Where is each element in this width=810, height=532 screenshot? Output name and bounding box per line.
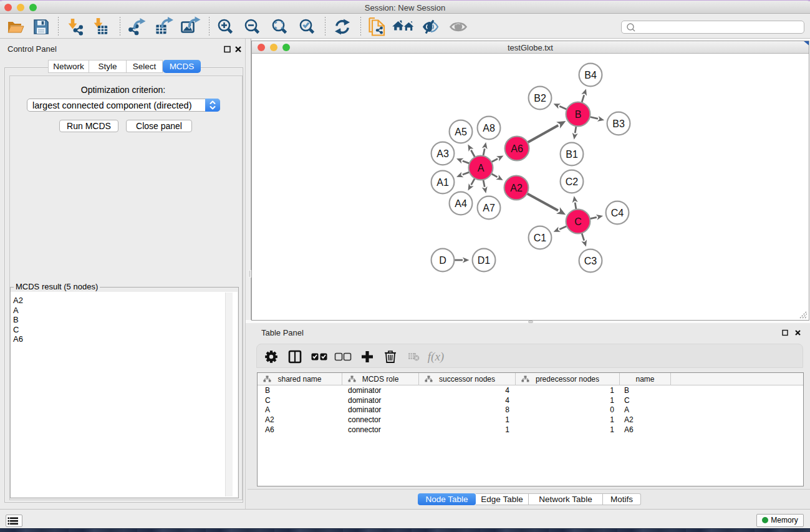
svg-text:C4: C4 xyxy=(611,208,624,218)
svg-text:A2: A2 xyxy=(510,183,523,193)
svg-text:A1: A1 xyxy=(436,177,449,188)
svg-text:B3: B3 xyxy=(612,118,625,129)
svg-text:C1: C1 xyxy=(534,233,547,243)
svg-text:B4: B4 xyxy=(584,70,597,80)
svg-text:A8: A8 xyxy=(483,123,495,133)
svg-text:C3: C3 xyxy=(584,256,597,266)
svg-text:A4: A4 xyxy=(455,198,467,209)
svg-text:B: B xyxy=(575,109,582,120)
svg-text:A3: A3 xyxy=(436,148,449,159)
svg-text:B2: B2 xyxy=(534,93,546,104)
svg-text:B1: B1 xyxy=(566,149,578,160)
svg-text:C: C xyxy=(574,216,582,227)
svg-text:A7: A7 xyxy=(483,203,495,213)
svg-text:f(x): f(x) xyxy=(428,350,444,364)
svg-text:A: A xyxy=(478,163,485,173)
svg-text:A5: A5 xyxy=(455,127,467,137)
svg-text:C2: C2 xyxy=(566,177,579,187)
svg-text:D1: D1 xyxy=(478,255,491,266)
svg-text:A6: A6 xyxy=(511,143,523,154)
svg-text:D: D xyxy=(439,255,446,266)
